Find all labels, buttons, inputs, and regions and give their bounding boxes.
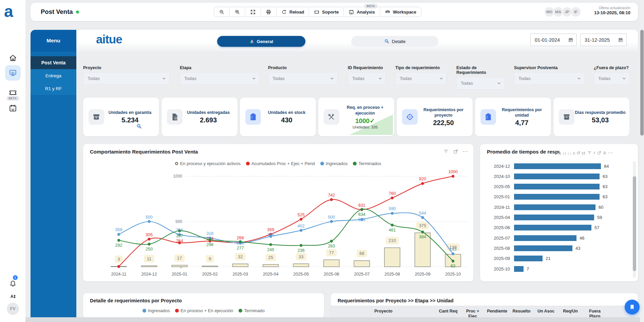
calendar-mini-icon[interactable] xyxy=(568,37,573,43)
table-column-header[interactable]: Req/Un xyxy=(558,308,583,318)
drill-magnifier-icon[interactable] xyxy=(136,123,142,129)
filter-dropdown[interactable]: Todas xyxy=(594,72,630,85)
svg-text:590: 590 xyxy=(389,206,396,211)
legend-item[interactable]: Terminados xyxy=(353,161,381,166)
hbar-category: 2024-12 xyxy=(486,164,510,169)
legend-item[interactable]: Ingresados xyxy=(320,161,347,166)
filter-label: Estado de Requerimiento xyxy=(456,65,505,75)
hbar-value: 59 xyxy=(597,215,602,220)
avatar-chip[interactable]: IF xyxy=(571,7,581,17)
svg-text:298: 298 xyxy=(206,242,213,247)
page-scrollbar-thumb[interactable] xyxy=(640,30,644,136)
panel-scrollbar-thumb[interactable] xyxy=(633,176,636,271)
svg-text:461: 461 xyxy=(389,228,396,233)
hbar xyxy=(514,174,600,179)
svg-text:2025-09: 2025-09 xyxy=(415,272,431,277)
sidebar-item-entrega[interactable]: Entrega xyxy=(31,69,76,82)
main-chart-tools: ⋯ xyxy=(443,148,468,154)
hbar xyxy=(514,235,576,241)
rail-dashboards-button[interactable] xyxy=(5,65,21,81)
svg-text:544: 544 xyxy=(419,211,426,216)
filter-dropdown[interactable]: Todas xyxy=(395,72,447,85)
svg-text:358: 358 xyxy=(115,227,122,232)
analysis-button[interactable]: AnalysisBETA xyxy=(343,7,379,17)
svg-text:250: 250 xyxy=(146,247,153,251)
filter-dropdown[interactable]: Todas xyxy=(268,72,338,85)
filter-dropdown[interactable]: Todas xyxy=(514,72,585,85)
svg-text:318: 318 xyxy=(206,231,213,236)
general-tab-button[interactable]: General xyxy=(217,36,305,47)
sidebar-item-post-venta[interactable]: Post Venta xyxy=(31,56,76,69)
more-options-icon[interactable]: ⋯ xyxy=(608,149,613,156)
table-column-header[interactable]: Fuera Plazo xyxy=(583,308,607,318)
start-date-input[interactable]: 01-01-2024 xyxy=(530,34,577,46)
kpi-value: 4,77 xyxy=(515,119,529,127)
table-column-header[interactable]: Pendiente xyxy=(485,308,509,318)
zoom-in-button[interactable] xyxy=(229,7,245,17)
svg-text:32: 32 xyxy=(238,254,243,259)
kpi-card: Unidades entregadas2.693 xyxy=(162,98,238,136)
rail-planner-button[interactable] xyxy=(5,100,21,116)
more-options-icon[interactable]: ⋯ xyxy=(462,150,468,153)
chevron-down-icon xyxy=(622,76,627,81)
bookmark-fab-button[interactable] xyxy=(625,300,640,315)
filter-dropdown[interactable]: Todas xyxy=(348,72,386,85)
detalle-tab-button[interactable]: Detalle xyxy=(351,36,438,47)
hbar xyxy=(514,225,591,230)
hbar-value: 60 xyxy=(599,205,603,210)
expand-box-icon[interactable] xyxy=(453,149,458,154)
chevron-down-icon xyxy=(329,76,335,81)
zoom-out-button[interactable] xyxy=(214,7,229,17)
expand-box-icon[interactable] xyxy=(597,150,602,155)
workspace-button[interactable]: Workspace xyxy=(380,7,421,17)
filter-dropdown[interactable]: Todas xyxy=(456,77,505,89)
table-column-header[interactable]: Cant Req xyxy=(436,308,460,318)
legend-item[interactable]: En proceso + En ejecución xyxy=(175,308,233,313)
table-column-header[interactable]: Un Asoc xyxy=(534,308,558,318)
home-icon xyxy=(8,54,17,62)
soporte-button[interactable]: Soporte xyxy=(309,7,343,17)
kpi-icon-tile xyxy=(559,109,574,125)
svg-text:402: 402 xyxy=(298,224,305,228)
hbar-value: 43 xyxy=(575,246,580,251)
document-check-icon xyxy=(170,113,179,121)
table-column-header[interactable]: Proc + Ejec xyxy=(460,308,485,318)
filter-label: Proyecto xyxy=(83,65,170,70)
hbar xyxy=(514,215,594,220)
language-button[interactable] xyxy=(5,289,21,304)
svg-text:500: 500 xyxy=(328,215,335,220)
bottom-scrollbar[interactable] xyxy=(25,317,644,322)
filter-estado-de-requerimiento: Estado de RequerimientoTodas xyxy=(456,65,505,89)
svg-text:2025-03: 2025-03 xyxy=(232,272,248,277)
rail-home-button[interactable] xyxy=(5,50,21,66)
main-chart-title: Comportamiento Requerimientos Post Venta xyxy=(90,149,198,155)
hbar-category: 2025-04 xyxy=(486,215,510,220)
zoom-in-icon xyxy=(234,9,240,15)
legend-item[interactable]: Ingresados xyxy=(143,308,170,313)
chevron-down-icon xyxy=(162,76,167,81)
kpi-title: Requerimientos por unidad xyxy=(496,107,548,118)
print-button[interactable] xyxy=(261,7,276,17)
chevron-down-icon xyxy=(378,76,383,81)
calendar-mini-icon[interactable] xyxy=(618,37,623,43)
svg-text:2024-12: 2024-12 xyxy=(141,272,157,277)
sidebar-item-r1-y-rf[interactable]: R1 y RF xyxy=(31,82,76,95)
reload-button[interactable]: Reload xyxy=(276,7,309,17)
fullscreen-button[interactable] xyxy=(245,7,261,17)
svg-text:1000: 1000 xyxy=(448,169,458,174)
end-date-input[interactable]: 31-12-2025 xyxy=(580,34,627,46)
legend-item[interactable]: En proceso y ejecución activos xyxy=(175,161,240,166)
legend-item[interactable]: Terminado xyxy=(239,308,265,313)
table-column-header[interactable]: Resuelto xyxy=(509,308,534,318)
filter-dropdown[interactable]: Todas xyxy=(180,72,260,85)
filter-lines-icon[interactable] xyxy=(587,150,592,155)
table-column-header[interactable]: Proyecto xyxy=(331,308,436,318)
filter-lines-icon[interactable] xyxy=(443,148,449,154)
filter-dropdown[interactable]: Todas xyxy=(83,72,170,85)
kpi-title: Requerimientos por proyecto xyxy=(418,107,469,118)
detalle-proyecto-panel: Detalle de requerimientos por Proyecto I… xyxy=(83,293,324,318)
chart-mini-icon xyxy=(249,39,254,44)
user-avatar[interactable]: FV xyxy=(7,303,19,315)
legend-item[interactable]: Acumulados Proc + Ejec + Pend xyxy=(246,161,315,166)
svg-text:2025-08: 2025-08 xyxy=(384,272,400,277)
